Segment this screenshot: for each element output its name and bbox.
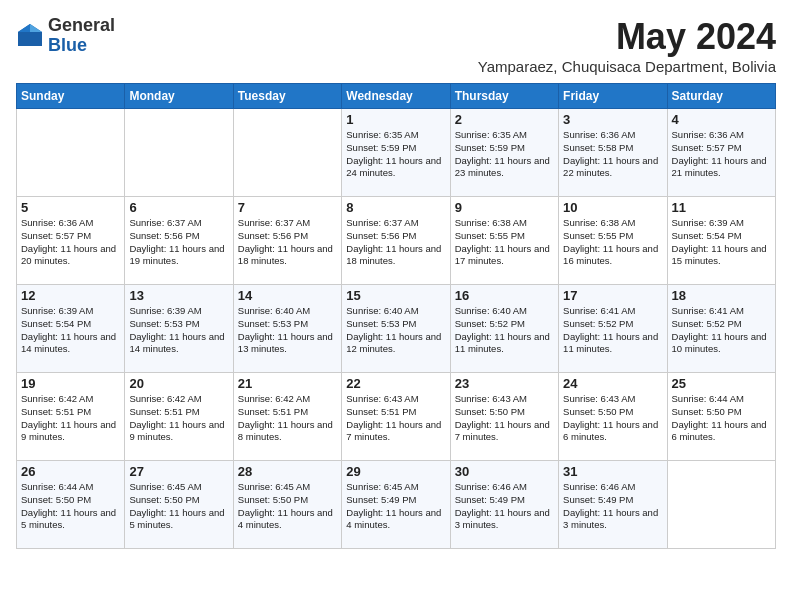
day-number: 12 [21,288,120,303]
cell-info: Sunrise: 6:38 AM Sunset: 5:55 PM Dayligh… [455,217,554,268]
day-number: 3 [563,112,662,127]
header-thursday: Thursday [450,84,558,109]
header-friday: Friday [559,84,667,109]
cell-info: Sunrise: 6:42 AM Sunset: 5:51 PM Dayligh… [21,393,120,444]
calendar-cell: 14Sunrise: 6:40 AM Sunset: 5:53 PM Dayli… [233,285,341,373]
day-number: 8 [346,200,445,215]
calendar-cell: 18Sunrise: 6:41 AM Sunset: 5:52 PM Dayli… [667,285,775,373]
cell-info: Sunrise: 6:39 AM Sunset: 5:54 PM Dayligh… [21,305,120,356]
cell-info: Sunrise: 6:42 AM Sunset: 5:51 PM Dayligh… [129,393,228,444]
header-saturday: Saturday [667,84,775,109]
day-number: 24 [563,376,662,391]
day-number: 18 [672,288,771,303]
cell-info: Sunrise: 6:40 AM Sunset: 5:53 PM Dayligh… [238,305,337,356]
cell-info: Sunrise: 6:45 AM Sunset: 5:50 PM Dayligh… [129,481,228,532]
week-row-3: 19Sunrise: 6:42 AM Sunset: 5:51 PM Dayli… [17,373,776,461]
calendar-cell: 12Sunrise: 6:39 AM Sunset: 5:54 PM Dayli… [17,285,125,373]
calendar-cell: 31Sunrise: 6:46 AM Sunset: 5:49 PM Dayli… [559,461,667,549]
logo-blue-text: Blue [48,36,115,56]
day-number: 7 [238,200,337,215]
day-number: 14 [238,288,337,303]
calendar-cell: 11Sunrise: 6:39 AM Sunset: 5:54 PM Dayli… [667,197,775,285]
cell-info: Sunrise: 6:39 AM Sunset: 5:54 PM Dayligh… [672,217,771,268]
cell-info: Sunrise: 6:36 AM Sunset: 5:57 PM Dayligh… [21,217,120,268]
day-number: 29 [346,464,445,479]
day-number: 5 [21,200,120,215]
day-number: 30 [455,464,554,479]
day-number: 21 [238,376,337,391]
cell-info: Sunrise: 6:43 AM Sunset: 5:50 PM Dayligh… [563,393,662,444]
cell-info: Sunrise: 6:45 AM Sunset: 5:49 PM Dayligh… [346,481,445,532]
calendar-cell: 2Sunrise: 6:35 AM Sunset: 5:59 PM Daylig… [450,109,558,197]
calendar-cell: 26Sunrise: 6:44 AM Sunset: 5:50 PM Dayli… [17,461,125,549]
day-number: 27 [129,464,228,479]
cell-info: Sunrise: 6:41 AM Sunset: 5:52 PM Dayligh… [672,305,771,356]
header-sunday: Sunday [17,84,125,109]
day-number: 22 [346,376,445,391]
cell-info: Sunrise: 6:46 AM Sunset: 5:49 PM Dayligh… [455,481,554,532]
calendar-cell: 29Sunrise: 6:45 AM Sunset: 5:49 PM Dayli… [342,461,450,549]
calendar-cell: 6Sunrise: 6:37 AM Sunset: 5:56 PM Daylig… [125,197,233,285]
calendar-cell: 27Sunrise: 6:45 AM Sunset: 5:50 PM Dayli… [125,461,233,549]
week-row-4: 26Sunrise: 6:44 AM Sunset: 5:50 PM Dayli… [17,461,776,549]
calendar-cell: 21Sunrise: 6:42 AM Sunset: 5:51 PM Dayli… [233,373,341,461]
calendar-cell [233,109,341,197]
calendar-cell: 23Sunrise: 6:43 AM Sunset: 5:50 PM Dayli… [450,373,558,461]
calendar-cell: 22Sunrise: 6:43 AM Sunset: 5:51 PM Dayli… [342,373,450,461]
calendar-cell: 15Sunrise: 6:40 AM Sunset: 5:53 PM Dayli… [342,285,450,373]
calendar-cell: 16Sunrise: 6:40 AM Sunset: 5:52 PM Dayli… [450,285,558,373]
cell-info: Sunrise: 6:35 AM Sunset: 5:59 PM Dayligh… [346,129,445,180]
cell-info: Sunrise: 6:37 AM Sunset: 5:56 PM Dayligh… [238,217,337,268]
cell-info: Sunrise: 6:43 AM Sunset: 5:51 PM Dayligh… [346,393,445,444]
calendar-body: 1Sunrise: 6:35 AM Sunset: 5:59 PM Daylig… [17,109,776,549]
calendar-cell [125,109,233,197]
logo: General Blue [16,16,115,56]
cell-info: Sunrise: 6:43 AM Sunset: 5:50 PM Dayligh… [455,393,554,444]
calendar-cell [667,461,775,549]
calendar-cell [17,109,125,197]
day-number: 17 [563,288,662,303]
day-number: 23 [455,376,554,391]
day-number: 2 [455,112,554,127]
day-number: 11 [672,200,771,215]
day-number: 4 [672,112,771,127]
calendar-cell: 30Sunrise: 6:46 AM Sunset: 5:49 PM Dayli… [450,461,558,549]
logo-text: General Blue [48,16,115,56]
header-monday: Monday [125,84,233,109]
calendar-table: SundayMondayTuesdayWednesdayThursdayFrid… [16,83,776,549]
logo-general-text: General [48,16,115,36]
cell-info: Sunrise: 6:37 AM Sunset: 5:56 PM Dayligh… [346,217,445,268]
calendar-cell: 4Sunrise: 6:36 AM Sunset: 5:57 PM Daylig… [667,109,775,197]
page-header: General Blue May 2024 Yamparaez, Chuquis… [16,16,776,75]
calendar-cell: 13Sunrise: 6:39 AM Sunset: 5:53 PM Dayli… [125,285,233,373]
cell-info: Sunrise: 6:38 AM Sunset: 5:55 PM Dayligh… [563,217,662,268]
calendar-cell: 10Sunrise: 6:38 AM Sunset: 5:55 PM Dayli… [559,197,667,285]
day-number: 13 [129,288,228,303]
calendar-cell: 17Sunrise: 6:41 AM Sunset: 5:52 PM Dayli… [559,285,667,373]
calendar-cell: 9Sunrise: 6:38 AM Sunset: 5:55 PM Daylig… [450,197,558,285]
cell-info: Sunrise: 6:42 AM Sunset: 5:51 PM Dayligh… [238,393,337,444]
cell-info: Sunrise: 6:36 AM Sunset: 5:58 PM Dayligh… [563,129,662,180]
week-row-1: 5Sunrise: 6:36 AM Sunset: 5:57 PM Daylig… [17,197,776,285]
header-wednesday: Wednesday [342,84,450,109]
cell-info: Sunrise: 6:37 AM Sunset: 5:56 PM Dayligh… [129,217,228,268]
cell-info: Sunrise: 6:35 AM Sunset: 5:59 PM Dayligh… [455,129,554,180]
location-subtitle: Yamparaez, Chuquisaca Department, Bolivi… [478,58,776,75]
day-number: 31 [563,464,662,479]
calendar-cell: 7Sunrise: 6:37 AM Sunset: 5:56 PM Daylig… [233,197,341,285]
calendar-cell: 25Sunrise: 6:44 AM Sunset: 5:50 PM Dayli… [667,373,775,461]
day-number: 16 [455,288,554,303]
cell-info: Sunrise: 6:44 AM Sunset: 5:50 PM Dayligh… [21,481,120,532]
calendar-cell: 20Sunrise: 6:42 AM Sunset: 5:51 PM Dayli… [125,373,233,461]
calendar-cell: 1Sunrise: 6:35 AM Sunset: 5:59 PM Daylig… [342,109,450,197]
svg-marker-1 [30,24,42,32]
svg-marker-2 [18,24,30,32]
cell-info: Sunrise: 6:41 AM Sunset: 5:52 PM Dayligh… [563,305,662,356]
day-number: 6 [129,200,228,215]
day-number: 28 [238,464,337,479]
header-row: SundayMondayTuesdayWednesdayThursdayFrid… [17,84,776,109]
day-number: 9 [455,200,554,215]
cell-info: Sunrise: 6:40 AM Sunset: 5:53 PM Dayligh… [346,305,445,356]
cell-info: Sunrise: 6:39 AM Sunset: 5:53 PM Dayligh… [129,305,228,356]
calendar-cell: 8Sunrise: 6:37 AM Sunset: 5:56 PM Daylig… [342,197,450,285]
